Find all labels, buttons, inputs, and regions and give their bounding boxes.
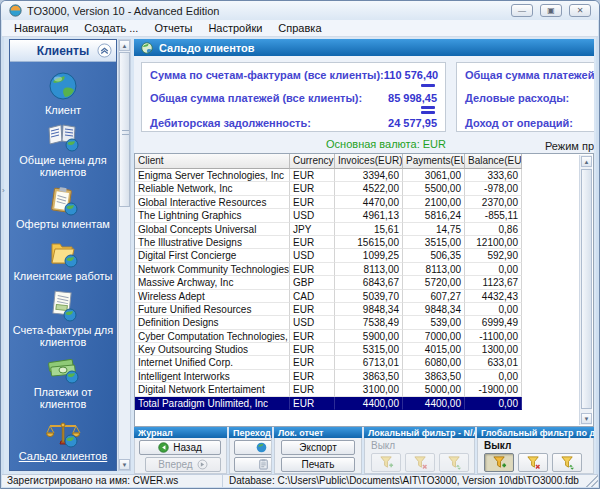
menu-navigation[interactable]: Навигация [6,21,76,35]
table-cell: 4522,00 [335,182,403,195]
table-cell: 4400,00 [335,397,403,410]
table-row[interactable]: Internet Unified Corp.EUR6713,016080,006… [135,356,593,369]
table-row[interactable]: Cyber Computation Technologies, IncEUR59… [135,330,593,343]
page-title-bar: Сальдо клиентов [134,39,594,56]
column-header-balance[interactable]: Balance(EUR) [465,154,522,169]
table-cell: -1100,00 [465,330,522,343]
scroll-down-icon[interactable]: ▼ [581,413,592,424]
global-filter-group-title: Глобальный фильтр по датам [477,427,594,438]
table-row[interactable]: Future Unified ResourcesEUR9848,349848,3… [135,303,593,316]
table-cell: 0,86 [465,223,522,236]
folder-globe-icon [46,238,80,268]
jump-client-button[interactable]: Кл [234,440,272,455]
sidebar-item-label: Оферты клиентам [16,218,110,230]
column-header-currency[interactable]: Currency [290,154,335,169]
table-row[interactable]: Global Concepts UniversalJPY15,6114,750,… [135,223,593,236]
table-row[interactable]: Key Outsourcing StudiosEUR5315,004015,00… [135,343,593,356]
filter-add-button[interactable] [484,453,514,472]
column-header-payments[interactable]: Payments(EUR) [403,154,465,169]
table-cell: EUR [290,169,335,182]
table-row[interactable]: The Lightning GraphicsUSD4961,135816,24-… [135,209,593,222]
global-filter-state: Выкл [484,440,511,451]
table-cell: 333,60 [465,169,522,182]
sidebar-item-label: Клиентские работы [13,270,112,282]
scrollbar-thumb[interactable] [119,52,130,207]
table-cell: 3061,00 [403,169,465,182]
minimize-icon[interactable]: — [511,4,533,17]
sidebar-item-invoices[interactable]: Счета-фактуры для клиентов [12,290,114,348]
collapse-chevron-icon[interactable] [97,43,112,58]
table-cell: 0,00 [465,263,522,276]
maximize-icon[interactable]: ▣ [540,4,562,17]
menu-help[interactable]: Справка [270,21,329,35]
table-row[interactable]: Reliable Network, IncEUR4522,005500,00-9… [135,182,593,195]
scroll-up-icon[interactable]: ▲ [119,40,130,51]
table-cell: EUR [290,383,335,396]
table-cell: Global Interactive Resources [135,196,290,209]
table-cell: Reliable Network, Inc [135,182,290,195]
table-row[interactable]: The Illustrative DesignsEUR15615,003515,… [135,236,593,249]
sidebar-item-offers[interactable]: Оферты клиентам [12,186,114,230]
table-row[interactable]: Enigma Server Technologies, IncEUR3394,6… [135,169,593,182]
app-icon [9,4,22,17]
table-row[interactable]: Global Interactive ResourcesEUR4470,0021… [135,196,593,209]
sidebar-item-client-jobs[interactable]: Клиентские работы [12,238,114,282]
global-filter-group: Глобальный фильтр по датам Выкл [477,427,594,474]
sidebar-item-payments[interactable]: Платежи от клиентов [12,356,114,410]
table-cell: Digital Network Entertaiment [135,383,290,396]
database-path: Database: C:\Users\Public\Documents\AIT\… [223,475,585,487]
table-cell: USD [290,249,335,262]
table-cell: 15,61 [335,223,403,236]
table-row[interactable]: Digital Network EntertaimentEUR3100,0050… [135,383,593,396]
clients-balance-table: Client Currency Invoices(EUR) Payments(E… [134,153,594,427]
table-row[interactable]: Network Community TechnologiesEUR8113,00… [135,263,593,276]
splitter-arrow-icon[interactable]: › [2,186,5,195]
jump-client-label: Кл [271,442,272,453]
menu-create[interactable]: Создать ... [76,21,146,35]
sidebar-clients-panel: Клиенты Клиент Общие цены для клиентов [9,39,117,471]
base-currency-label: Основная валюта: [326,138,420,150]
forward-button-label: Вперед [158,459,192,470]
menu-reports[interactable]: Отчеты [146,21,200,35]
column-header-invoices[interactable]: Invoices(EUR) [335,154,403,169]
table-cell: 1123,67 [465,276,522,289]
filter-add-button[interactable] [371,453,401,472]
table-row[interactable]: Digital First ConciergeUSD1099,25506,355… [135,249,593,262]
forward-button[interactable]: Вперед [145,457,221,472]
table-vertical-scrollbar[interactable]: ▲ ▼ [579,155,592,425]
table-row[interactable]: Total Paradigm Unlimited, IncEUR4400,004… [135,397,593,410]
sidebar-item-balance[interactable]: Сальдо клиентов [12,418,114,462]
table-cell: EUR [290,303,335,316]
table-cell: Cyber Computation Technologies, Inc [135,330,290,343]
sidebar-item-client[interactable]: Клиент [12,70,114,116]
jump-project-button[interactable]: П [234,457,272,472]
table-cell: 7000,00 [403,330,465,343]
back-button[interactable]: Назад [139,440,221,455]
filter-clear-button[interactable] [518,453,548,472]
menu-settings[interactable]: Настройки [200,21,270,35]
table-row[interactable]: Definition DesignsUSD7538,49539,006999,4… [135,316,593,329]
scroll-down-icon[interactable]: ▼ [119,459,130,470]
sidebar-header-label: Клиенты [37,44,89,58]
mode-label: Режим пр [545,140,594,152]
local-report-group: Лок. отчет Экспорт Печать [274,427,362,474]
table-row[interactable]: Massive Archway, IncGBP6843,675720,00112… [135,276,593,289]
column-header-client[interactable]: Client [135,154,290,169]
filter-clear-button[interactable] [405,453,435,472]
close-icon[interactable]: ✕ [569,4,591,17]
table-row[interactable]: Intelligent InterworksEUR3863,503863,500… [135,370,593,383]
table-cell: Network Community Technologies [135,263,290,276]
resize-grip[interactable] [585,475,598,487]
filter-refresh-button[interactable] [552,453,582,472]
main-area: Сальдо клиентов Сумма по счетам-фактурам… [134,39,594,474]
table-cell: 3863,50 [403,370,465,383]
sidebar-item-general-prices[interactable]: Общие цены для клиентов [12,124,114,178]
sidebar-scrollbar[interactable]: ▲ ▼ [118,39,131,471]
base-currency-value: EUR [423,138,446,150]
filter-refresh-button[interactable] [439,453,469,472]
scrollbar-thumb[interactable] [581,169,592,409]
export-button[interactable]: Экспорт [281,440,355,455]
print-button[interactable]: Печать [281,457,355,472]
scroll-up-icon[interactable]: ▲ [581,156,592,167]
table-row[interactable]: Wireless AdeptCAD5039,70607,274432,43 [135,290,593,303]
